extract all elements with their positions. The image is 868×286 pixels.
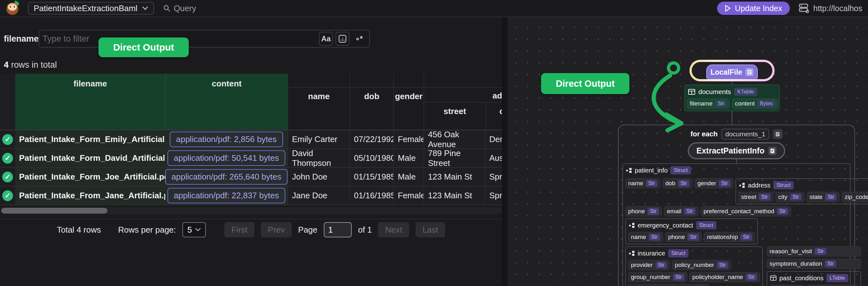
documents-output-node[interactable]: documents KTable filename Str content By…: [684, 85, 780, 111]
cell-gender: Male: [393, 168, 424, 186]
row-success-check-icon: ✓: [2, 134, 13, 145]
cell-city: Aust: [485, 149, 502, 167]
content-bytes-badge[interactable]: application/pdf: 265,640 bytes: [165, 169, 287, 185]
direct-output-badge-left: Direct Output: [98, 37, 189, 57]
field-type-badge: Str: [684, 208, 695, 215]
field-chip[interactable]: relationship_to_patientStr: [628, 284, 709, 286]
field-chip[interactable]: dobStr: [662, 178, 692, 188]
field-chip[interactable]: streetStr: [738, 192, 773, 202]
field-chip[interactable]: relationshipStr: [704, 232, 755, 242]
foreach-binding[interactable]: documents_1: [721, 129, 769, 139]
cell-name: Jane Doe: [287, 187, 349, 205]
field-type-badge: Bytes: [757, 100, 775, 107]
field-chip[interactable]: providerStr: [628, 260, 670, 270]
header-filename[interactable]: filename: [15, 74, 165, 130]
table-row[interactable]: ✓ Patient_Intake_Form_Joe_Artificial.pdf…: [0, 168, 502, 187]
past-conditions-node[interactable]: past_conditions LTable nameStr diagnosed…: [767, 271, 861, 286]
table-header: filename content name dob gender address…: [0, 74, 502, 130]
header-gender-col[interactable]: gender: [393, 74, 424, 130]
row-success-check-icon: ✓: [2, 171, 13, 182]
header-content[interactable]: content: [165, 74, 287, 130]
field-chip[interactable]: phoneStr: [665, 232, 702, 242]
match-case-button[interactable]: Aa: [319, 32, 333, 46]
prev-page-button[interactable]: Prev: [261, 222, 292, 237]
server-icon: [799, 3, 810, 13]
field-chip[interactable]: stateStr: [807, 192, 840, 202]
app-logo[interactable]: [6, 2, 19, 15]
emergency-contact-node[interactable]: emergency_contact Struct nameStr phoneSt…: [625, 218, 758, 244]
table-row[interactable]: ✓ Patient_Intake_From_Jane_Artificial.pd…: [0, 187, 502, 205]
patient-info-node[interactable]: patient_info Struct nameStr dobStr gende…: [622, 163, 850, 286]
foreach-doc-icon[interactable]: [773, 129, 782, 139]
field-chip[interactable]: diagnosedBool: [807, 285, 858, 286]
pipeline-graph-panel[interactable]: Direct Output LocalFile documents KTable…: [507, 17, 868, 286]
field-chip[interactable]: phoneStr: [625, 206, 662, 216]
field-label: gender: [698, 180, 716, 187]
horizontal-scrollbar[interactable]: [0, 207, 502, 214]
field-chip[interactable]: policy_numberStr: [672, 260, 731, 270]
field-type-badge: Str: [777, 208, 788, 215]
field-chip[interactable]: nameStr: [770, 285, 804, 286]
field-type-badge: Str: [825, 260, 836, 267]
update-index-button[interactable]: Update Index: [717, 2, 790, 15]
first-page-button[interactable]: First: [224, 222, 254, 237]
page-number-input[interactable]: [324, 222, 352, 237]
table-row[interactable]: ✓ Patient_Intake_Form_Emily_Artificial.p…: [0, 130, 502, 149]
field-chip[interactable]: zip_codeStr: [842, 192, 868, 202]
foreach-container[interactable]: for each documents_1 ExtractPatientInfo …: [618, 125, 855, 286]
field-chip-filename[interactable]: filename Str: [687, 98, 730, 109]
query-button[interactable]: Query: [163, 3, 196, 13]
field-chip[interactable]: nameStr: [625, 178, 660, 188]
field-chip[interactable]: reason_for_visitStr: [767, 246, 861, 256]
header-name-col[interactable]: name: [287, 74, 349, 130]
field-type-badge: Str: [646, 180, 657, 187]
regex-button[interactable]: ∘*: [352, 32, 366, 46]
content-bytes-badge[interactable]: application/pdf: 22,837 bytes: [167, 188, 285, 203]
header-address-group[interactable]: address street city: [424, 74, 502, 130]
field-type-badge: Str: [815, 248, 826, 255]
cell-name: John Doe: [287, 168, 349, 186]
address-struct-node[interactable]: address Struct streetStr cityStr stateSt…: [736, 178, 868, 204]
file-node-icon: [745, 68, 754, 76]
field-chip[interactable]: symptoms_durationStr: [767, 259, 861, 269]
field-type-badge: Str: [648, 208, 659, 215]
match-word-button[interactable]: [336, 32, 349, 46]
pipeline-select[interactable]: PatientIntakeExtractionBaml: [28, 2, 154, 14]
page-size-select[interactable]: 5: [182, 222, 206, 237]
struct-type-badge: Struct: [668, 249, 688, 257]
field-label: content: [735, 100, 754, 107]
insurance-node[interactable]: insurance Struct providerStr policy_numb…: [625, 246, 763, 286]
header-dob-col[interactable]: dob: [349, 74, 393, 130]
field-label: reason_for_visit: [770, 248, 812, 255]
header-dob: dob: [350, 88, 393, 101]
horizontal-scrollbar-thumb[interactable]: [1, 208, 107, 214]
field-chip[interactable]: policyholder_nameStr: [689, 272, 760, 282]
rows-per-page-label: Rows per page:: [118, 225, 176, 235]
header-gender: gender: [394, 88, 424, 101]
field-type-badge: Str: [790, 193, 801, 200]
field-chip[interactable]: preferred_contact_methodStr: [701, 206, 791, 216]
direct-output-badge-right: Direct Output: [541, 73, 629, 94]
cell-name: David Thompson: [287, 149, 349, 167]
next-page-button[interactable]: Next: [378, 222, 409, 237]
content-bytes-badge[interactable]: application/pdf: 50,541 bytes: [167, 150, 285, 166]
field-type-badge: Str: [687, 233, 699, 241]
field-chip[interactable]: emailStr: [664, 206, 698, 216]
row-success-check-icon: ✓: [2, 153, 13, 164]
field-label: policyholder_name: [692, 274, 743, 281]
cell-gender: Female: [393, 187, 424, 205]
content-bytes-badge[interactable]: application/pdf: 2,856 bytes: [170, 132, 283, 147]
cell-dob: 07/22/1992: [349, 130, 393, 149]
field-chip[interactable]: cityStr: [776, 192, 804, 202]
last-page-button[interactable]: Last: [415, 222, 445, 237]
field-chip[interactable]: genderStr: [694, 178, 733, 188]
field-label: relationship: [707, 233, 738, 241]
field-chip-content[interactable]: content Bytes: [732, 98, 778, 109]
table-row[interactable]: ✓ Patient_Intake_Form_David_Artificial.p…: [0, 149, 502, 168]
field-label: state: [810, 193, 823, 200]
localfile-node[interactable]: LocalFile: [706, 64, 758, 79]
field-chip[interactable]: group_numberStr: [628, 272, 687, 282]
cell-dob: 01/15/1985: [349, 168, 393, 186]
extract-patient-info-node[interactable]: ExtractPatientInfo: [688, 142, 785, 159]
field-chip[interactable]: nameStr: [628, 232, 663, 242]
